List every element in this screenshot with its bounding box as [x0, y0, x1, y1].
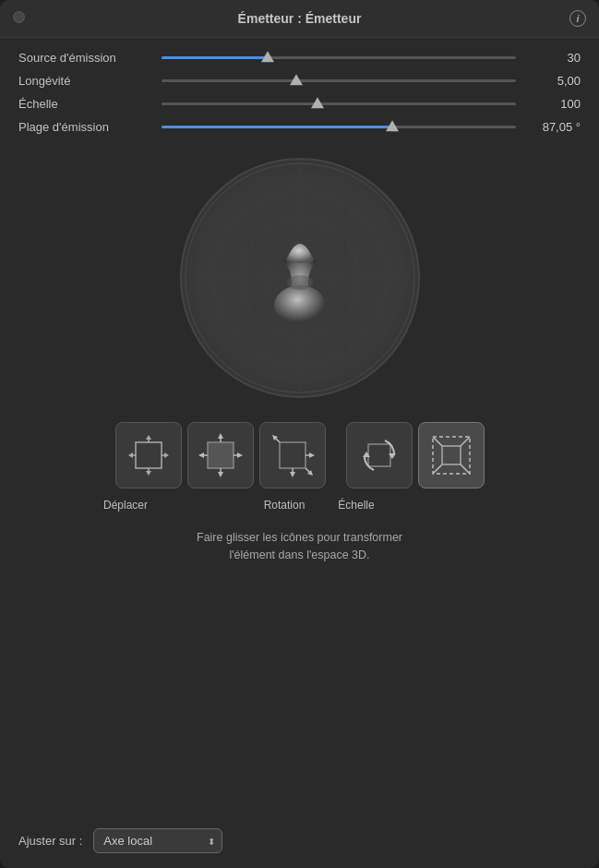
scale-icon — [429, 433, 473, 477]
scale-button[interactable] — [418, 422, 485, 488]
rotation-button[interactable] — [346, 422, 413, 488]
svg-marker-29 — [198, 452, 204, 458]
svg-marker-20 — [128, 452, 133, 458]
label-deplacer: Déplacer — [92, 496, 159, 512]
move-all-button[interactable] — [187, 422, 254, 488]
move-plane-icon — [270, 433, 315, 477]
adjust-select[interactable]: Axe local Axe monde Vue — [93, 828, 222, 853]
info-button[interactable]: i — [569, 10, 586, 27]
emission-widget[interactable] — [180, 158, 420, 398]
param-row-echelle: Échelle 100 — [18, 97, 581, 111]
hint-text: Faire glisser les icônes pour transforme… — [0, 518, 599, 573]
svg-marker-22 — [164, 452, 169, 458]
slider-echelle[interactable] — [162, 102, 516, 105]
svg-marker-16 — [146, 435, 151, 440]
rotation-icon — [357, 433, 401, 477]
slider-plage[interactable] — [162, 126, 516, 128]
param-label-longevite: Longévité — [18, 74, 162, 88]
svg-marker-38 — [309, 452, 315, 458]
param-label-source: Source d'émission — [18, 51, 162, 65]
label-echelle: Échelle — [323, 496, 389, 512]
slider-longevite[interactable] — [162, 79, 516, 82]
value-source: 30 — [516, 51, 581, 65]
svg-rect-23 — [208, 442, 234, 468]
param-row-longevite: Longévité 5,00 — [18, 74, 581, 88]
svg-marker-25 — [218, 433, 223, 439]
emission-circle — [180, 158, 420, 398]
svg-rect-45 — [442, 446, 461, 464]
value-plage: 87,05 ° — [516, 120, 581, 134]
window-title: Émetteur : Émetteur — [238, 11, 362, 26]
param-row-source: Source d'émission 30 — [18, 51, 581, 65]
move-z-icon — [126, 433, 171, 477]
svg-marker-18 — [146, 471, 151, 476]
move-plane-button[interactable] — [259, 422, 326, 488]
svg-rect-14 — [136, 442, 162, 468]
value-longevite: 5,00 — [516, 74, 581, 88]
sphere-3d — [235, 209, 365, 347]
svg-marker-27 — [218, 472, 223, 477]
transform-buttons — [115, 422, 485, 488]
value-echelle: 100 — [516, 97, 581, 111]
main-window: Émetteur : Émetteur i Source d'émission … — [0, 0, 599, 868]
param-label-plage: Plage d'émission — [18, 120, 162, 134]
param-label-echelle: Échelle — [18, 97, 162, 111]
svg-marker-42 — [389, 453, 396, 459]
adjust-label: Ajuster sur : — [18, 834, 82, 848]
svg-point-13 — [287, 275, 313, 290]
param-row-plage: Plage d'émission 87,05 ° — [18, 120, 581, 134]
svg-marker-43 — [363, 452, 370, 457]
svg-line-47 — [461, 437, 470, 446]
svg-marker-31 — [237, 452, 243, 458]
transform-section: Déplacer Rotation Échelle — [0, 407, 599, 518]
svg-rect-41 — [368, 444, 390, 466]
svg-marker-40 — [290, 472, 295, 477]
move-z-button[interactable] — [115, 422, 182, 488]
label-rotation: Rotation — [251, 496, 317, 512]
svg-line-48 — [433, 464, 442, 474]
traffic-lights — [13, 10, 25, 27]
params-section: Source d'émission 30 Longévité 5,00 Éche… — [0, 38, 599, 149]
title-bar: Émetteur : Émetteur i — [0, 0, 599, 38]
slider-source[interactable] — [162, 56, 516, 59]
svg-rect-32 — [280, 442, 305, 468]
adjust-select-wrap[interactable]: Axe local Axe monde Vue ⬍ — [93, 828, 222, 853]
move-all-icon — [198, 433, 243, 477]
svg-line-46 — [433, 437, 442, 446]
close-button[interactable] — [13, 11, 25, 23]
svg-point-12 — [274, 285, 326, 326]
adjust-section: Ajuster sur : Axe local Axe monde Vue ⬍ — [0, 819, 599, 868]
svg-line-49 — [461, 464, 470, 474]
